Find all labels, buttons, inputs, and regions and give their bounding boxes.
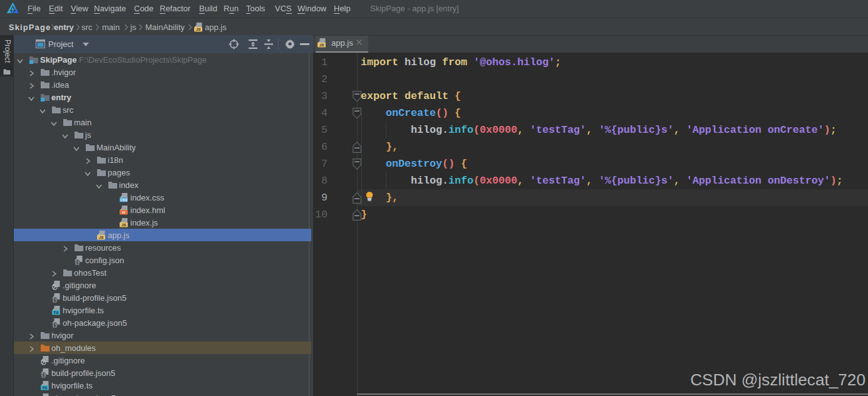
svg-text:{}: {} (75, 260, 80, 265)
svg-text:JS: JS (99, 235, 104, 239)
svg-text:TS: TS (54, 310, 59, 315)
svg-text:{}: {} (52, 298, 57, 303)
svg-text:{}: {} (41, 373, 46, 378)
svg-text:JS: JS (319, 43, 324, 47)
svg-text:JS: JS (196, 27, 201, 31)
svg-text:TS: TS (43, 385, 48, 390)
svg-text:H: H (122, 210, 125, 214)
svg-text:{}: {} (52, 323, 57, 328)
svg-text:JS: JS (121, 222, 127, 227)
svg-text:CSS: CSS (120, 198, 127, 202)
